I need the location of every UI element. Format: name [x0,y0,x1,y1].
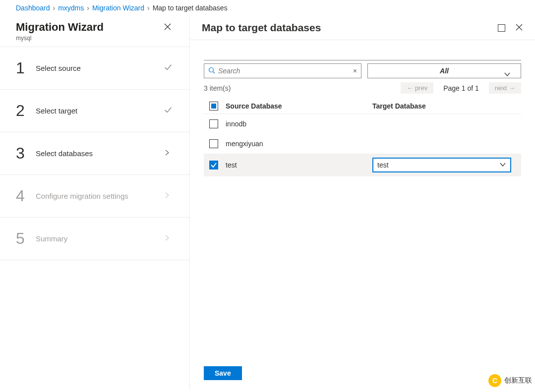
svg-point-0 [209,67,214,72]
row-checkbox[interactable] [209,119,218,128]
watermark: C 创新互联 [488,374,532,387]
table-row[interactable]: test test [204,154,521,176]
watermark-text: 创新互联 [504,376,532,385]
search-input-wrap[interactable]: × [204,63,361,78]
step-number: 3 [16,144,36,163]
table-row[interactable]: innodb [204,114,521,134]
clear-icon[interactable]: × [353,67,357,75]
column-source-database: Source Database [224,102,372,110]
maximize-icon[interactable] [498,24,505,32]
chevron-right-icon [164,149,174,158]
step-label: Select databases [36,149,164,158]
sidebar-title: Migration Wizard [16,21,104,34]
search-input[interactable] [218,67,350,75]
target-db-value: test [377,161,389,169]
breadcrumb-dashboard[interactable]: Dashboard [16,4,50,12]
step-configure-migration-settings[interactable]: 4 Configure migration settings [0,175,189,218]
save-button[interactable]: Save [204,366,242,380]
step-label: Summary [36,234,164,243]
breadcrumb-mxydms[interactable]: mxydms [58,4,84,12]
sidebar-subtitle: mysql [16,35,104,42]
target-db-select[interactable]: test [372,158,511,172]
select-all-checkbox[interactable] [209,102,218,111]
watermark-logo-icon: C [488,374,501,387]
step-select-databases[interactable]: 3 Select databases [0,132,189,175]
step-number: 2 [16,102,36,120]
step-label: Select target [36,107,164,115]
next-button[interactable]: next → [489,82,521,94]
row-checkbox[interactable] [209,139,218,148]
breadcrumb-migration-wizard[interactable]: Migration Wizard [92,4,144,12]
step-select-source[interactable]: 1 Select source [0,47,189,90]
step-select-target[interactable]: 2 Select target [0,90,189,132]
source-db-name: mengxiyuan [224,140,372,148]
filter-label: All [440,67,449,75]
chevron-right-icon: › [87,4,89,12]
page-title: Map to target databases [202,22,321,34]
step-summary[interactable]: 5 Summary [0,218,189,260]
close-icon[interactable] [162,21,174,35]
main-panel: Map to target databases × All [190,16,535,390]
search-icon [208,67,215,75]
breadcrumb-current: Map to target databases [153,4,228,12]
chevron-right-icon [164,234,174,243]
step-number: 5 [16,229,36,248]
step-number: 4 [16,187,36,205]
chevron-right-icon [164,192,174,200]
chevron-right-icon: › [53,4,56,12]
row-checkbox[interactable] [209,161,218,169]
source-db-name: test [224,161,372,169]
column-target-database: Target Database [372,102,521,110]
step-label: Configure migration settings [36,192,164,200]
checkmark-icon [164,106,174,116]
sidebar: Migration Wizard mysql 1 Select source 2… [0,16,190,390]
table-row[interactable]: mengxiyuan [204,134,521,154]
breadcrumb: Dashboard › mxydms › Migration Wizard › … [0,0,535,16]
filter-dropdown[interactable]: All [367,63,521,78]
database-table: Source Database Target Database innodb m… [204,99,521,176]
chevron-down-icon [499,161,506,169]
item-count: 3 item(s) [204,84,231,92]
chevron-right-icon: › [147,4,150,12]
step-label: Select source [36,64,164,72]
close-icon[interactable] [515,23,523,33]
checkmark-icon [164,63,174,73]
prev-button[interactable]: ← prev [401,82,433,94]
page-info: Page 1 of 1 [443,84,479,92]
step-number: 1 [16,59,36,77]
source-db-name: innodb [224,120,372,128]
